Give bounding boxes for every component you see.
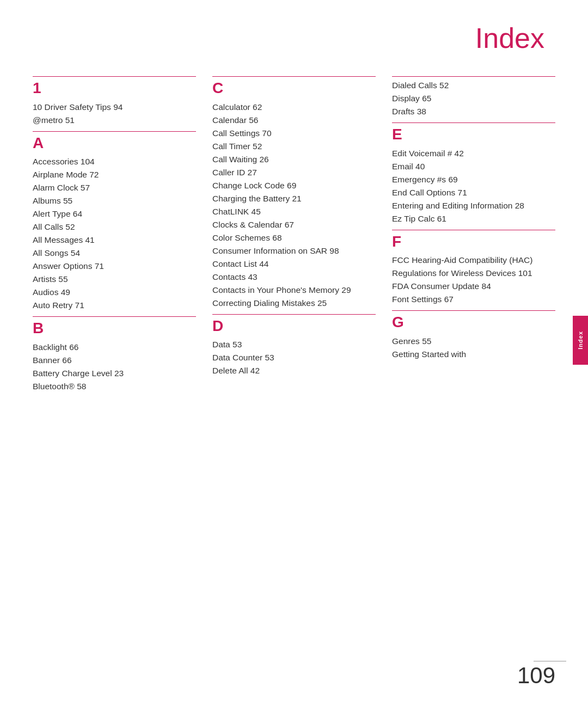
index-section-b: B Backlight 66 Banner 66 Battery Charge …	[33, 316, 196, 393]
list-item: ChatLINK 45	[212, 205, 376, 218]
list-item: Delete All 42	[212, 364, 376, 377]
index-column-2: C Calculator 62 Calendar 56 Call Setting…	[212, 76, 376, 382]
index-section-g: G Genres 55 Getting Started with	[392, 310, 555, 361]
section-divider-d-cont	[392, 76, 555, 77]
list-item: Backlight 66	[33, 341, 196, 354]
index-section-c: C Calculator 62 Calendar 56 Call Setting…	[212, 76, 376, 310]
list-item: FDA Consumer Update 84	[392, 280, 555, 293]
list-item: Data 53	[212, 338, 376, 351]
list-item: Banner 66	[33, 354, 196, 367]
section-items-g: Genres 55 Getting Started with	[392, 335, 555, 361]
index-grid: 1 10 Driver Safety Tips 94 @metro 51 A A…	[33, 76, 555, 397]
page-container: Index 1 10 Driver Safety Tips 94 @metro …	[0, 0, 588, 705]
list-item: All Messages 41	[33, 234, 196, 247]
list-item: Display 65	[392, 92, 555, 105]
list-item: Calculator 62	[212, 101, 376, 114]
section-items-a: Accessories 104 Airplane Mode 72 Alarm C…	[33, 155, 196, 312]
list-item: Edit Voicemail # 42	[392, 147, 555, 160]
section-divider-f	[392, 230, 555, 230]
list-item: Consumer Information on SAR 98	[212, 244, 376, 258]
list-item: Airplane Mode 72	[33, 168, 196, 181]
list-item: Ez Tip Calc 61	[392, 212, 555, 225]
index-section-f: F FCC Hearing-Aid Compatibility (HAC) Re…	[392, 230, 555, 306]
section-items-e: Edit Voicemail # 42 Email 40 Emergency #…	[392, 147, 555, 225]
section-divider-g	[392, 310, 555, 311]
section-items-f: FCC Hearing-Aid Compatibility (HAC) Regu…	[392, 254, 555, 306]
list-item: Entering and Editing Information 28	[392, 199, 555, 212]
section-items-b: Backlight 66 Banner 66 Battery Charge Le…	[33, 341, 196, 393]
section-items-d-cont: Dialed Calls 52 Display 65 Drafts 38	[392, 79, 555, 118]
section-letter-c: C	[212, 79, 376, 97]
list-item: Alert Type 64	[33, 207, 196, 220]
list-item: Answer Options 71	[33, 260, 196, 273]
side-tab: Index	[573, 316, 588, 365]
index-section-1: 1 10 Driver Safety Tips 94 @metro 51	[33, 76, 196, 127]
page-title: Index	[33, 22, 555, 54]
index-column-1: 1 10 Driver Safety Tips 94 @metro 51 A A…	[33, 76, 196, 397]
list-item: Font Settings 67	[392, 293, 555, 306]
index-section-d: D Data 53 Data Counter 53 Delete All 42	[212, 314, 376, 378]
section-divider-c	[212, 76, 376, 77]
list-item: Dialed Calls 52	[392, 79, 555, 92]
list-item: Contacts in Your Phone's Memory 29	[212, 284, 376, 297]
section-divider-e	[392, 122, 555, 123]
index-section-d-cont: Dialed Calls 52 Display 65 Drafts 38	[392, 76, 555, 118]
index-section-a: A Accessories 104 Airplane Mode 72 Alarm…	[33, 131, 196, 312]
list-item: Data Counter 53	[212, 351, 376, 364]
section-letter-1: 1	[33, 79, 196, 97]
list-item: Bluetooth® 58	[33, 380, 196, 393]
list-item: Alarm Clock 57	[33, 181, 196, 194]
section-items-d: Data 53 Data Counter 53 Delete All 42	[212, 338, 376, 377]
section-letter-g: G	[392, 313, 555, 332]
section-divider	[33, 76, 196, 77]
list-item: Contacts 43	[212, 271, 376, 284]
list-item: Call Waiting 26	[212, 153, 376, 166]
side-tab-text: Index	[577, 331, 584, 350]
section-divider-d	[212, 314, 376, 315]
index-column-3: Dialed Calls 52 Display 65 Drafts 38 E E…	[392, 76, 555, 365]
list-item: Getting Started with	[392, 348, 555, 361]
list-item: Charging the Battery 21	[212, 192, 376, 205]
list-item: Correcting Dialing Mistakes 25	[212, 297, 376, 310]
list-item: Albums 55	[33, 194, 196, 207]
section-letter-f: F	[392, 232, 555, 251]
list-item: FCC Hearing-Aid Compatibility (HAC) Regu…	[392, 254, 555, 280]
section-items-c: Calculator 62 Calendar 56 Call Settings …	[212, 101, 376, 310]
list-item: Email 40	[392, 160, 555, 173]
list-item: Color Schemes 68	[212, 231, 376, 244]
list-item: Genres 55	[392, 335, 555, 348]
bottom-divider	[534, 661, 566, 661]
list-item: Contact List 44	[212, 258, 376, 271]
list-item: All Calls 52	[33, 220, 196, 234]
index-section-e: E Edit Voicemail # 42 Email 40 Emergency…	[392, 122, 555, 225]
list-item: All Songs 54	[33, 247, 196, 260]
section-divider-a	[33, 131, 196, 132]
list-item: Accessories 104	[33, 155, 196, 168]
list-item: Emergency #s 69	[392, 173, 555, 186]
list-item: Clocks & Calendar 67	[212, 218, 376, 231]
list-item: Artists 55	[33, 273, 196, 286]
list-item: Call Timer 52	[212, 140, 376, 153]
list-item: Audios 49	[33, 286, 196, 299]
list-item: Battery Charge Level 23	[33, 367, 196, 380]
list-item: Drafts 38	[392, 105, 555, 118]
section-letter-b: B	[33, 319, 196, 338]
section-letter-e: E	[392, 125, 555, 144]
list-item: 10 Driver Safety Tips 94	[33, 101, 196, 114]
list-item: End Call Options 71	[392, 186, 555, 199]
section-divider-b	[33, 316, 196, 317]
list-item: Calendar 56	[212, 114, 376, 127]
section-letter-a: A	[33, 134, 196, 152]
section-letter-d: D	[212, 317, 376, 335]
list-item: Auto Retry 71	[33, 299, 196, 312]
page-number: 109	[517, 663, 555, 689]
section-items-1: 10 Driver Safety Tips 94 @metro 51	[33, 101, 196, 127]
list-item: Change Lock Code 69	[212, 179, 376, 192]
list-item: Call Settings 70	[212, 127, 376, 140]
list-item: Caller ID 27	[212, 166, 376, 179]
list-item: @metro 51	[33, 114, 196, 127]
